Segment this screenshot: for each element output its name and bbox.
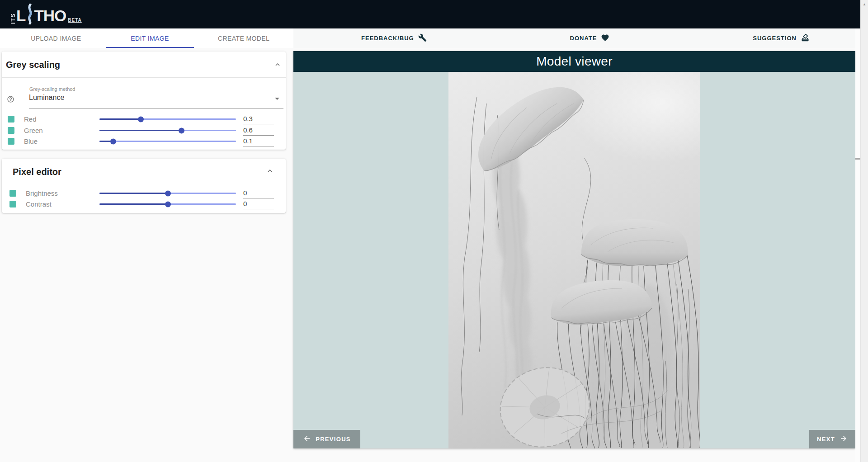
chevron-up-icon[interactable] xyxy=(266,167,274,177)
caret-down-icon[interactable] xyxy=(275,98,279,100)
model-viewer-header: Model viewer xyxy=(293,51,855,72)
suggestion-label: SUGGESTION xyxy=(753,35,797,42)
inner-scrollbar-thumb-edge xyxy=(855,158,860,160)
slider-thumb[interactable] xyxy=(138,116,144,122)
green-channel-slider[interactable] xyxy=(99,130,236,131)
green-channel-value-field[interactable]: 0.6 xyxy=(243,126,274,136)
feedback-bug-label: FEEDBACK/BUG xyxy=(361,35,414,42)
grey-scaling-method-select[interactable]: Luminance xyxy=(29,94,64,102)
contrast-value-field[interactable]: 0 xyxy=(243,200,274,209)
app-logo[interactable]: ITS L THO BETA xyxy=(10,4,82,25)
suggestion-button[interactable]: SUGGESTION xyxy=(753,33,810,43)
blue-channel-checkbox[interactable] xyxy=(8,138,14,145)
scroll-up-icon[interactable]: ▲ xyxy=(861,2,868,6)
green-channel-checkbox[interactable] xyxy=(8,127,14,134)
tab-edit-image[interactable]: EDIT IMAGE xyxy=(106,28,194,48)
brightness-label: Brightness xyxy=(26,189,58,197)
green-channel-row: Green 0.6 xyxy=(2,126,286,136)
blue-channel-label: Blue xyxy=(24,137,38,145)
contrast-slider[interactable] xyxy=(99,203,236,205)
tab-create-model[interactable]: CREATE MODEL xyxy=(199,28,288,48)
contrast-checkbox[interactable] xyxy=(9,201,16,207)
grey-scaling-title: Grey scaling xyxy=(6,60,60,70)
tab-upload-image[interactable]: UPLOAD IMAGE xyxy=(12,28,100,48)
slider-thumb[interactable] xyxy=(165,201,171,207)
brightness-row: Brightness 0 xyxy=(2,189,286,198)
contrast-label: Contrast xyxy=(26,200,52,208)
grey-scaling-card: Grey scaling Grey-scaling method Luminan… xyxy=(2,52,286,150)
brightness-slider[interactable] xyxy=(99,193,236,194)
next-label: NEXT xyxy=(817,436,835,443)
wrench-icon xyxy=(418,33,427,43)
flame-icon xyxy=(26,4,33,26)
app-window: ITS L THO BETA UPLOAD IMAGE EDIT IMAGE C… xyxy=(0,0,868,462)
logo-l-text: L xyxy=(16,6,25,25)
blue-channel-row: Blue 0.1 xyxy=(2,137,286,146)
grey-scaling-method-label: Grey-scaling method xyxy=(29,86,75,92)
slider-thumb[interactable] xyxy=(165,190,171,196)
green-channel-label: Green xyxy=(24,127,43,134)
card-divider xyxy=(2,77,286,78)
blue-channel-value-field[interactable]: 0.1 xyxy=(243,137,274,146)
preview-image[interactable] xyxy=(448,72,700,448)
help-icon[interactable] xyxy=(7,95,14,105)
heart-icon xyxy=(601,33,609,43)
red-channel-label: Red xyxy=(24,115,37,123)
red-channel-slider[interactable] xyxy=(99,118,236,120)
red-channel-checkbox[interactable] xyxy=(8,116,14,123)
ballot-icon xyxy=(801,33,810,43)
logo-tho-text: THO xyxy=(34,6,66,25)
model-viewer-title: Model viewer xyxy=(536,54,613,69)
logo-beta-badge: BETA xyxy=(68,18,81,23)
slider-thumb[interactable] xyxy=(179,127,184,133)
next-button[interactable]: NEXT xyxy=(809,430,855,448)
page-scrollbar[interactable]: ▲ xyxy=(860,0,868,462)
previous-label: PREVIOUS xyxy=(316,436,351,443)
previous-button[interactable]: PREVIOUS xyxy=(293,430,360,448)
chevron-up-icon[interactable] xyxy=(274,61,282,71)
top-app-bar: ITS L THO BETA xyxy=(0,0,860,28)
brightness-value-field[interactable]: 0 xyxy=(243,189,274,198)
blue-channel-slider[interactable] xyxy=(99,141,236,142)
donate-button[interactable]: DONATE xyxy=(570,33,610,43)
red-channel-row: Red 0.3 xyxy=(2,114,286,124)
select-underline xyxy=(29,108,283,109)
inner-scrollbar-gutter[interactable] xyxy=(855,28,860,462)
slider-thumb[interactable] xyxy=(110,138,116,144)
red-channel-value-field[interactable]: 0.3 xyxy=(243,115,274,124)
feedback-bug-button[interactable]: FEEDBACK/BUG xyxy=(361,33,427,43)
header-action-bar: FEEDBACK/BUG DONATE SUGGESTION xyxy=(293,28,860,48)
logo-its-text: ITS xyxy=(10,5,16,24)
arrow-right-icon xyxy=(840,434,848,444)
pixel-editor-title: Pixel editor xyxy=(13,167,61,177)
contrast-row: Contrast 0 xyxy=(2,199,286,209)
jellyfish-image xyxy=(448,72,700,448)
arrow-left-icon xyxy=(303,434,311,444)
pixel-editor-card: Pixel editor Brightness 0 Contrast 0 xyxy=(2,159,286,213)
brightness-checkbox[interactable] xyxy=(9,190,16,197)
model-viewer-panel: Model viewer xyxy=(293,51,855,448)
donate-label: DONATE xyxy=(570,35,597,42)
main-tabs: UPLOAD IMAGE EDIT IMAGE CREATE MODEL xyxy=(0,28,293,48)
